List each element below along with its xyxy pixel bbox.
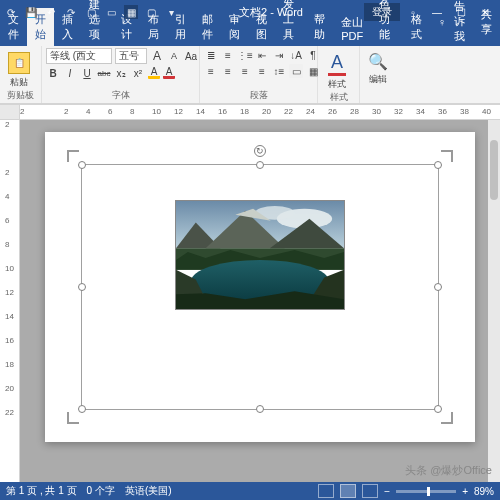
margin-corner-icon [67,412,79,424]
paragraph-group-label: 段落 [204,89,313,103]
styles-label: 样式 [328,78,346,91]
tab-special[interactable]: 特色功能 [371,0,403,46]
ribbon-tabs: 文件 开始 插入 新建选项 设计 布局 引用 邮件 审阅 视图 开发工具 帮助 … [0,24,500,46]
paste-button[interactable]: 📋 粘贴 [4,48,34,89]
justify-icon[interactable]: ≡ [255,64,269,78]
new-icon[interactable]: ▢ [84,5,98,19]
shading-icon[interactable]: ▭ [289,64,303,78]
multilevel-icon[interactable]: ⋮≡ [238,48,252,62]
watermark: 头条 @爆炒Office [405,463,492,478]
editing-group-label [364,102,392,103]
change-case-icon[interactable]: Aa [184,49,198,63]
strike-button[interactable]: abc [97,66,111,80]
superscript-button[interactable]: x² [131,66,145,80]
font-color-icon[interactable]: A [163,67,175,79]
tab-format[interactable]: 格式 [403,8,430,46]
align-center-icon[interactable]: ≡ [221,64,235,78]
resize-handle[interactable] [434,161,442,169]
inserted-image[interactable] [175,200,345,310]
numbering-icon[interactable]: ≡ [221,48,235,62]
group-editing: 🔍 编辑 [360,46,396,103]
group-font: 等线 (西文 五号 A A Aa B I U abc x₂ x² A A [42,46,200,103]
group-paragraph: ≣ ≡ ⋮≡ ⇤ ⇥ ↓A ¶ ≡ ≡ ≡ ≡ ↕≡ ▭ ▦ [200,46,318,103]
find-icon: 🔍 [368,52,388,71]
tab-review[interactable]: 审阅 [221,8,248,46]
word-count[interactable]: 0 个字 [87,484,115,498]
paste-label: 粘贴 [10,76,28,89]
editing-button[interactable]: 🔍 编辑 [364,48,392,86]
align-left-icon[interactable]: ≡ [204,64,218,78]
tell-me-icon: ♀ [438,16,446,28]
resize-handle[interactable] [256,405,264,413]
language-indicator[interactable]: 英语(美国) [125,484,172,498]
qat-dropdown-icon[interactable]: ▾ [164,5,178,19]
zoom-slider[interactable] [396,490,456,493]
print-layout-icon[interactable] [340,484,356,498]
margin-corner-icon [67,150,79,162]
resize-handle[interactable] [434,405,442,413]
undo-icon[interactable]: ↶ [44,5,58,19]
touch-mode-icon[interactable]: ▦ [124,5,138,19]
group-styles: A 样式 样式 [318,46,360,103]
resize-handle[interactable] [434,283,442,291]
save-icon[interactable]: 💾 [24,5,38,19]
vertical-scrollbar[interactable] [488,120,500,482]
rotate-handle-icon[interactable]: ↻ [254,145,266,157]
document-canvas[interactable]: ↻ [20,120,500,482]
tab-mailings[interactable]: 邮件 [194,8,221,46]
font-size-select[interactable]: 五号 [115,48,147,64]
underline-button[interactable]: U [80,66,94,80]
zoom-out-icon[interactable]: − [384,486,390,497]
align-right-icon[interactable]: ≡ [238,64,252,78]
editing-label: 编辑 [369,73,387,86]
work-area: 2246810121416182022 ↻ [0,120,500,482]
margin-corner-icon [441,150,453,162]
paste-icon: 📋 [8,52,30,74]
tell-me[interactable]: 告诉我 [454,0,465,44]
styles-button[interactable]: A 样式 [322,48,352,91]
autosave-icon[interactable]: ⟳ [4,5,18,19]
print-icon[interactable]: ▢ [144,5,158,19]
bold-button[interactable]: B [46,66,60,80]
ruler-vertical[interactable]: 2246810121416182022 [0,120,20,482]
increase-indent-icon[interactable]: ⇥ [272,48,286,62]
styles-group-label: 样式 [322,91,355,105]
scrollbar-thumb[interactable] [490,140,498,200]
subscript-button[interactable]: x₂ [114,66,128,80]
clipboard-label: 剪贴板 [4,89,37,103]
status-bar: 第 1 页 , 共 1 页 0 个字 英语(美国) − + 89% [0,482,500,500]
group-clipboard: 📋 粘贴 剪贴板 [0,46,42,103]
bullets-icon[interactable]: ≣ [204,48,218,62]
decrease-indent-icon[interactable]: ⇤ [255,48,269,62]
resize-handle[interactable] [78,405,86,413]
grow-font-icon[interactable]: A [150,49,164,63]
tab-wps-pdf[interactable]: 金山PDF [333,11,371,46]
margin-corner-icon [441,412,453,424]
highlight-color-icon[interactable]: A [148,67,160,79]
line-spacing-icon[interactable]: ↕≡ [272,64,286,78]
ribbon: 📋 粘贴 剪贴板 等线 (西文 五号 A A Aa B I U abc [0,46,500,104]
page-indicator[interactable]: 第 1 页 , 共 1 页 [6,484,77,498]
font-group-label: 字体 [46,89,195,103]
quick-access-toolbar: ⟳ 💾 ↶ ↷ ▢ ▭ ▦ ▢ ▾ [4,5,178,19]
web-layout-icon[interactable] [362,484,378,498]
resize-handle[interactable] [256,161,264,169]
tab-help[interactable]: 帮助 [306,8,333,46]
open-icon[interactable]: ▭ [104,5,118,19]
shrink-font-icon[interactable]: A [167,49,181,63]
resize-handle[interactable] [78,283,86,291]
resize-handle[interactable] [78,161,86,169]
read-mode-icon[interactable] [318,484,334,498]
page: ↻ [45,132,475,442]
zoom-in-icon[interactable]: + [462,486,468,497]
sort-icon[interactable]: ↓A [289,48,303,62]
ruler-horizontal[interactable]: 2246810121416182022242628303234363840 [0,104,500,120]
styles-icon: A [328,52,346,76]
tab-developer[interactable]: 开发工具 [275,0,307,46]
tab-view[interactable]: 视图 [248,8,275,46]
share-button[interactable]: 共享 [481,7,492,37]
italic-button[interactable]: I [63,66,77,80]
font-name-select[interactable]: 等线 (西文 [46,48,112,64]
zoom-level[interactable]: 89% [474,486,494,497]
redo-icon[interactable]: ↷ [64,5,78,19]
